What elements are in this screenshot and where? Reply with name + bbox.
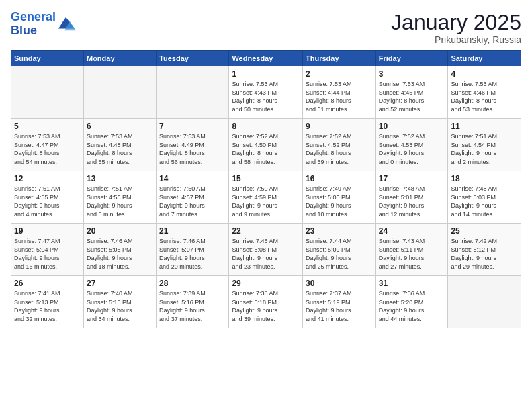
weekday-row: SundayMondayTuesdayWednesdayThursdayFrid… <box>11 51 521 66</box>
calendar-cell <box>11 66 84 119</box>
calendar-cell: 7Sunrise: 7:53 AM Sunset: 4:49 PM Daylig… <box>157 119 229 171</box>
calendar-header: SundayMondayTuesdayWednesdayThursdayFrid… <box>11 51 521 66</box>
calendar-cell: 23Sunrise: 7:44 AM Sunset: 5:09 PM Dayli… <box>303 224 376 276</box>
calendar-cell: 19Sunrise: 7:47 AM Sunset: 5:04 PM Dayli… <box>11 224 84 276</box>
day-number: 2 <box>306 69 373 79</box>
day-info: Sunrise: 7:41 AM Sunset: 5:13 PM Dayligh… <box>14 289 81 323</box>
day-number: 26 <box>14 279 81 288</box>
calendar-cell: 29Sunrise: 7:38 AM Sunset: 5:18 PM Dayli… <box>229 276 303 328</box>
calendar-cell: 12Sunrise: 7:51 AM Sunset: 4:55 PM Dayli… <box>11 171 84 224</box>
calendar-cell <box>83 66 156 119</box>
weekday-header-friday: Friday <box>375 51 448 66</box>
calendar-cell: 26Sunrise: 7:41 AM Sunset: 5:13 PM Dayli… <box>11 276 84 328</box>
calendar-week-1: 5Sunrise: 7:53 AM Sunset: 4:47 PM Daylig… <box>11 119 521 171</box>
logo-icon <box>57 15 76 34</box>
day-number: 11 <box>451 122 518 131</box>
day-info: Sunrise: 7:52 AM Sunset: 4:52 PM Dayligh… <box>306 132 373 166</box>
weekday-header-thursday: Thursday <box>303 51 376 66</box>
page-header: General Blue January 2025 Prikubanskiy, … <box>11 11 521 45</box>
day-number: 9 <box>306 122 373 131</box>
calendar-cell: 31Sunrise: 7:36 AM Sunset: 5:20 PM Dayli… <box>375 276 448 328</box>
page-container: General Blue January 2025 Prikubanskiy, … <box>0 0 532 334</box>
weekday-header-monday: Monday <box>83 51 156 66</box>
day-info: Sunrise: 7:50 AM Sunset: 4:57 PM Dayligh… <box>159 185 226 218</box>
weekday-header-tuesday: Tuesday <box>157 51 229 66</box>
day-number: 15 <box>232 174 300 183</box>
day-info: Sunrise: 7:51 AM Sunset: 4:55 PM Dayligh… <box>14 185 81 218</box>
day-number: 7 <box>159 122 226 131</box>
day-number: 12 <box>14 174 81 183</box>
weekday-header-saturday: Saturday <box>448 51 521 66</box>
calendar-cell: 18Sunrise: 7:48 AM Sunset: 5:03 PM Dayli… <box>448 171 521 224</box>
day-info: Sunrise: 7:37 AM Sunset: 5:19 PM Dayligh… <box>306 289 373 323</box>
calendar-cell: 22Sunrise: 7:45 AM Sunset: 5:08 PM Dayli… <box>229 224 303 276</box>
calendar-table: SundayMondayTuesdayWednesdayThursdayFrid… <box>11 50 521 328</box>
day-number: 5 <box>14 122 81 131</box>
location: Prikubanskiy, Russia <box>391 34 521 45</box>
calendar-cell: 6Sunrise: 7:53 AM Sunset: 4:48 PM Daylig… <box>83 119 156 171</box>
day-info: Sunrise: 7:47 AM Sunset: 5:04 PM Dayligh… <box>14 237 81 271</box>
day-number: 22 <box>232 226 300 236</box>
calendar-cell: 11Sunrise: 7:51 AM Sunset: 4:54 PM Dayli… <box>448 119 521 171</box>
day-number: 4 <box>451 69 518 79</box>
calendar-cell: 8Sunrise: 7:52 AM Sunset: 4:50 PM Daylig… <box>229 119 303 171</box>
day-info: Sunrise: 7:46 AM Sunset: 5:05 PM Dayligh… <box>87 237 153 271</box>
day-number: 20 <box>87 226 153 236</box>
day-number: 23 <box>306 226 373 236</box>
day-info: Sunrise: 7:52 AM Sunset: 4:53 PM Dayligh… <box>379 132 445 166</box>
day-info: Sunrise: 7:49 AM Sunset: 5:00 PM Dayligh… <box>306 185 373 218</box>
day-info: Sunrise: 7:48 AM Sunset: 5:03 PM Dayligh… <box>451 185 518 218</box>
day-info: Sunrise: 7:50 AM Sunset: 4:59 PM Dayligh… <box>232 185 300 218</box>
day-number: 10 <box>379 122 445 131</box>
day-info: Sunrise: 7:52 AM Sunset: 4:50 PM Dayligh… <box>232 132 300 166</box>
calendar-cell: 30Sunrise: 7:37 AM Sunset: 5:19 PM Dayli… <box>303 276 376 328</box>
day-info: Sunrise: 7:46 AM Sunset: 5:07 PM Dayligh… <box>159 237 226 271</box>
day-number: 19 <box>14 226 81 236</box>
day-number: 14 <box>159 174 226 183</box>
calendar-cell: 27Sunrise: 7:40 AM Sunset: 5:15 PM Dayli… <box>83 276 156 328</box>
calendar-cell: 3Sunrise: 7:53 AM Sunset: 4:45 PM Daylig… <box>375 66 448 119</box>
day-info: Sunrise: 7:42 AM Sunset: 5:12 PM Dayligh… <box>451 237 518 271</box>
calendar-cell: 14Sunrise: 7:50 AM Sunset: 4:57 PM Dayli… <box>157 171 229 224</box>
logo-line1: General <box>11 10 56 24</box>
calendar-cell: 13Sunrise: 7:51 AM Sunset: 4:56 PM Dayli… <box>83 171 156 224</box>
calendar-cell: 1Sunrise: 7:53 AM Sunset: 4:43 PM Daylig… <box>229 66 303 119</box>
calendar-week-4: 26Sunrise: 7:41 AM Sunset: 5:13 PM Dayli… <box>11 276 521 328</box>
day-info: Sunrise: 7:45 AM Sunset: 5:08 PM Dayligh… <box>232 237 300 271</box>
day-info: Sunrise: 7:53 AM Sunset: 4:43 PM Dayligh… <box>232 80 300 113</box>
day-info: Sunrise: 7:51 AM Sunset: 4:56 PM Dayligh… <box>87 185 153 218</box>
day-info: Sunrise: 7:36 AM Sunset: 5:20 PM Dayligh… <box>379 289 445 323</box>
calendar-cell: 2Sunrise: 7:53 AM Sunset: 4:44 PM Daylig… <box>303 66 376 119</box>
day-number: 30 <box>306 279 373 288</box>
day-number: 18 <box>451 174 518 183</box>
day-number: 27 <box>87 279 153 288</box>
day-info: Sunrise: 7:40 AM Sunset: 5:15 PM Dayligh… <box>87 289 153 323</box>
logo-text: General Blue <box>11 11 56 38</box>
day-number: 21 <box>159 226 226 236</box>
day-number: 25 <box>451 226 518 236</box>
calendar-cell: 16Sunrise: 7:49 AM Sunset: 5:00 PM Dayli… <box>303 171 376 224</box>
day-info: Sunrise: 7:53 AM Sunset: 4:45 PM Dayligh… <box>379 80 445 113</box>
calendar-cell: 20Sunrise: 7:46 AM Sunset: 5:05 PM Dayli… <box>83 224 156 276</box>
logo-line2: Blue <box>11 24 37 37</box>
day-info: Sunrise: 7:51 AM Sunset: 4:54 PM Dayligh… <box>451 132 518 166</box>
day-number: 31 <box>379 279 445 288</box>
calendar-cell <box>448 276 521 328</box>
calendar-week-2: 12Sunrise: 7:51 AM Sunset: 4:55 PM Dayli… <box>11 171 521 224</box>
day-info: Sunrise: 7:53 AM Sunset: 4:44 PM Dayligh… <box>306 80 373 113</box>
day-info: Sunrise: 7:53 AM Sunset: 4:46 PM Dayligh… <box>451 80 518 113</box>
day-info: Sunrise: 7:53 AM Sunset: 4:48 PM Dayligh… <box>87 132 153 166</box>
month-title: January 2025 <box>391 11 521 34</box>
calendar-cell: 28Sunrise: 7:39 AM Sunset: 5:16 PM Dayli… <box>157 276 229 328</box>
day-number: 28 <box>159 279 226 288</box>
day-info: Sunrise: 7:53 AM Sunset: 4:47 PM Dayligh… <box>14 132 81 166</box>
day-info: Sunrise: 7:44 AM Sunset: 5:09 PM Dayligh… <box>306 237 373 271</box>
day-number: 8 <box>232 122 300 131</box>
day-number: 17 <box>379 174 445 183</box>
calendar-cell: 17Sunrise: 7:48 AM Sunset: 5:01 PM Dayli… <box>375 171 448 224</box>
day-number: 29 <box>232 279 300 288</box>
day-number: 6 <box>87 122 153 131</box>
calendar-cell <box>157 66 229 119</box>
calendar-cell: 9Sunrise: 7:52 AM Sunset: 4:52 PM Daylig… <box>303 119 376 171</box>
day-info: Sunrise: 7:39 AM Sunset: 5:16 PM Dayligh… <box>159 289 226 323</box>
